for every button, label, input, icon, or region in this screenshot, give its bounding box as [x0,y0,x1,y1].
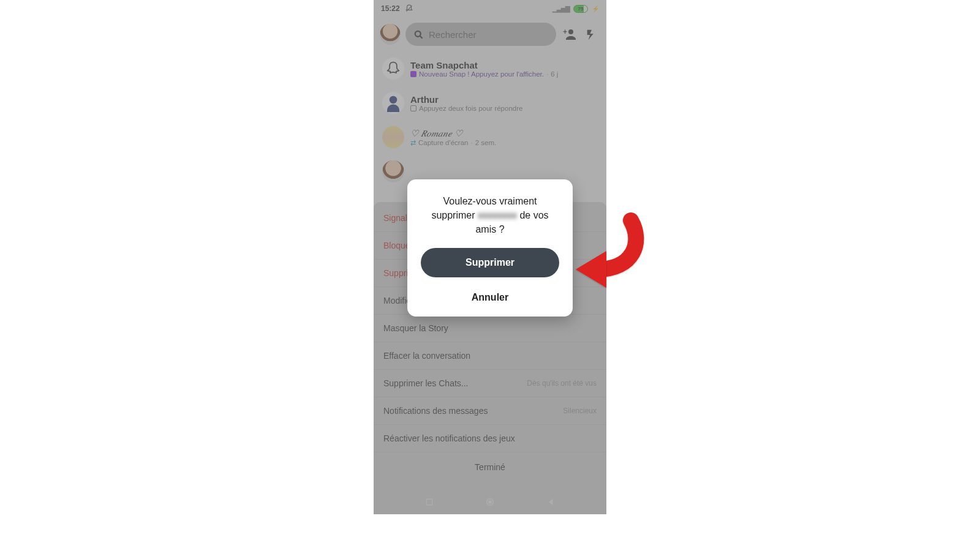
confirm-dialog: Voulez-vous vraiment supprimer xxxxxxxx … [407,179,573,317]
dialog-confirm-button[interactable]: Supprimer [421,248,559,277]
phone-screen: 15:22 ▁▃▅▇ 75 ⚡ Rechercher + [374,0,606,514]
dialog-title: Voulez-vous vraiment supprimer xxxxxxxx … [421,194,559,237]
dialog-username-blur: xxxxxxxx [478,210,517,220]
dialog-cancel-button[interactable]: Annuler [421,286,559,305]
